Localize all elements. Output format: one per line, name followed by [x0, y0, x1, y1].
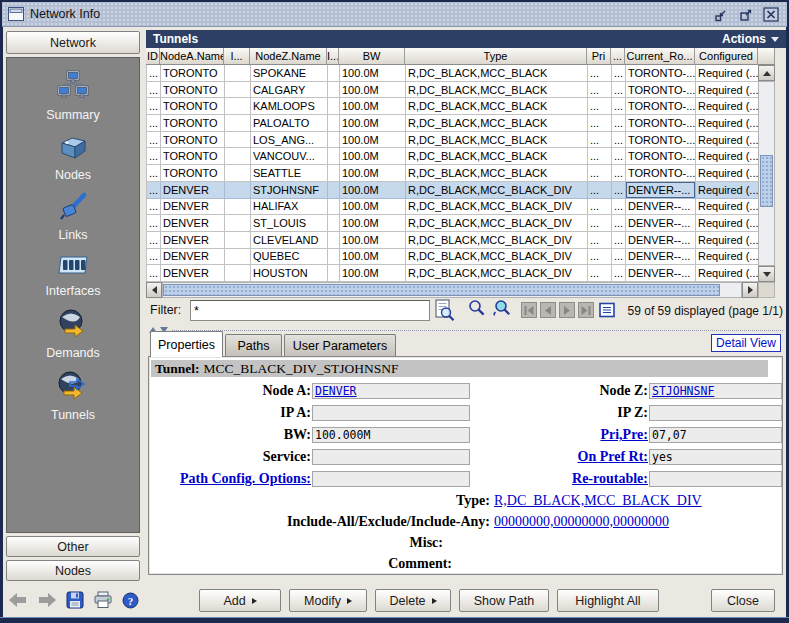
property-field[interactable] [649, 405, 782, 421]
table-cell[interactable] [225, 265, 251, 282]
nav-last-icon[interactable] [578, 302, 594, 318]
table-cell[interactable]: TORONTO [161, 132, 225, 149]
table-cell[interactable]: TORONTO-... [626, 115, 696, 132]
table-row[interactable]: ...DENVERSTJOHNSNF100.0MR,DC_BLACK,MCC_B… [147, 182, 758, 199]
sidebar-other-button[interactable]: Other [6, 536, 140, 557]
table-cell[interactable]: R,DC_BLACK,MCC_BLACK [406, 98, 588, 115]
column-header-id[interactable]: ID [146, 48, 160, 65]
vscroll-track[interactable] [758, 81, 775, 266]
table-cell[interactable]: ... [612, 132, 626, 149]
back-icon[interactable] [8, 592, 28, 608]
table-cell[interactable] [328, 148, 340, 165]
table-cell[interactable]: ... [147, 199, 161, 216]
table-cell[interactable]: VANCOUV... [251, 148, 328, 165]
table-cell[interactable]: R,DC_BLACK,MCC_BLACK_DIV [406, 249, 588, 266]
table-cell[interactable]: R,DC_BLACK,MCC_BLACK_DIV [406, 182, 588, 199]
sidebar-item-nodes[interactable]: Nodes [7, 132, 139, 182]
table-cell[interactable] [225, 215, 251, 232]
table-cell[interactable]: ... [588, 232, 612, 249]
table-cell[interactable]: R,DC_BLACK,MCC_BLACK [406, 148, 588, 165]
show-path-button[interactable]: Show Path [459, 589, 549, 612]
table-cell[interactable]: 100.0M [340, 215, 406, 232]
add-button[interactable]: Add [199, 589, 281, 612]
table-cell[interactable]: ... [588, 265, 612, 282]
table-cell[interactable]: ... [612, 265, 626, 282]
scroll-down-button[interactable] [758, 266, 775, 282]
table-cell[interactable]: 100.0M [340, 182, 406, 199]
table-cell[interactable]: ... [147, 148, 161, 165]
filter-advanced-search-icon[interactable] [434, 299, 455, 322]
table-cell[interactable]: HALIFAX [251, 199, 328, 216]
property-field[interactable]: STJOHNSNF [649, 383, 782, 399]
table-cell[interactable]: Required (... [696, 148, 759, 165]
table-cell[interactable]: R,DC_BLACK,MCC_BLACK_DIV [406, 215, 588, 232]
table-cell[interactable]: DENVER--... [626, 215, 696, 232]
table-cell[interactable]: ... [612, 215, 626, 232]
sidebar-network-button[interactable]: Network [6, 31, 140, 54]
table-cell[interactable]: DENVER--... [626, 182, 696, 199]
property-field[interactable] [649, 471, 782, 487]
table-row[interactable]: ...DENVERHALIFAX100.0MR,DC_BLACK,MCC_BLA… [147, 199, 758, 216]
table-cell[interactable]: TORONTO [161, 65, 225, 82]
table-cell[interactable]: DENVER [161, 182, 225, 199]
table-cell[interactable] [328, 215, 340, 232]
sidebar-item-summary[interactable]: Summary [7, 70, 139, 122]
delete-button[interactable]: Delete [375, 589, 451, 612]
table-row[interactable]: ...TORONTOCALGARY100.0MR,DC_BLACK,MCC_BL… [147, 82, 758, 99]
property-label[interactable]: Re-routable: [478, 471, 649, 487]
property-value-link[interactable]: STJOHNSNF [652, 384, 714, 398]
list-view-icon[interactable] [599, 302, 615, 318]
table-cell[interactable]: ... [147, 215, 161, 232]
table-cell[interactable]: ... [588, 249, 612, 266]
table-cell[interactable]: PALOALTO [251, 115, 328, 132]
table-cell[interactable]: ... [612, 199, 626, 216]
actions-menu-button[interactable]: Actions [722, 32, 779, 46]
table-cell[interactable]: Required (... [696, 215, 759, 232]
column-header-nodez-name[interactable]: NodeZ.Name [250, 48, 327, 65]
table-cell[interactable]: ... [147, 82, 161, 99]
table-cell[interactable]: R,DC_BLACK,MCC_BLACK [406, 115, 588, 132]
highlight-all-button[interactable]: Highlight All [557, 589, 659, 612]
table-cell[interactable]: Required (... [696, 182, 759, 199]
table-cell[interactable] [328, 265, 340, 282]
table-row[interactable]: ...DENVERQUEBEC100.0MR,DC_BLACK,MCC_BLAC… [147, 249, 758, 266]
tab-paths[interactable]: Paths [225, 334, 282, 356]
column-header--[interactable]: ... [611, 48, 625, 65]
sidebar-item-links[interactable]: Links [7, 192, 139, 242]
table-cell[interactable]: Required (... [696, 98, 759, 115]
table-row[interactable]: ...TORONTOVANCOUV...100.0MR,DC_BLACK,MCC… [147, 148, 758, 165]
property-value-link[interactable]: DENVER [315, 384, 357, 398]
table-cell[interactable]: 100.0M [340, 265, 406, 282]
table-cell[interactable]: Required (... [696, 115, 759, 132]
table-cell[interactable] [225, 165, 251, 182]
property-value[interactable]: 00000000,00000000,00000000 [491, 514, 669, 530]
minimize-button[interactable] [712, 6, 729, 23]
sidebar-item-demands[interactable]: Demands [7, 308, 139, 360]
property-field[interactable] [312, 471, 470, 487]
table-cell[interactable]: STJOHNSNF [251, 182, 328, 199]
table-row[interactable]: ...DENVERCLEVELAND100.0MR,DC_BLACK,MCC_B… [147, 232, 758, 249]
close-button[interactable] [762, 6, 779, 23]
table-cell[interactable]: LOS_ANG... [251, 132, 328, 149]
nav-next-icon[interactable] [559, 302, 575, 318]
table-cell[interactable] [225, 132, 251, 149]
table-row[interactable]: ...TORONTOKAMLOOPS100.0MR,DC_BLACK,MCC_B… [147, 98, 758, 115]
table-cell[interactable]: ... [147, 232, 161, 249]
forward-icon[interactable] [37, 592, 57, 608]
table-cell[interactable]: ... [588, 98, 612, 115]
sidebar-nodes-button[interactable]: Nodes [6, 560, 140, 581]
table-cell[interactable]: ... [612, 165, 626, 182]
search-all-icon[interactable] [492, 299, 513, 316]
table-row[interactable]: ...TORONTOSPOKANE100.0MR,DC_BLACK,MCC_BL… [147, 65, 758, 82]
table-cell[interactable] [225, 199, 251, 216]
sidebar-item-tunnels[interactable]: Tunnels [7, 370, 139, 422]
property-label[interactable]: On Pref Rt: [478, 449, 649, 465]
table-cell[interactable] [328, 249, 340, 266]
table-cell[interactable]: KAMLOOPS [251, 98, 328, 115]
table-cell[interactable]: ... [147, 132, 161, 149]
property-label[interactable]: Path Config. Options: [150, 471, 312, 487]
column-header-nodea-name[interactable]: NodeA.Name [160, 48, 224, 65]
property-field[interactable]: 100.000M [312, 427, 470, 443]
table-cell[interactable]: 100.0M [340, 249, 406, 266]
column-header-current-ro-[interactable]: Current_Ro... [625, 48, 695, 65]
